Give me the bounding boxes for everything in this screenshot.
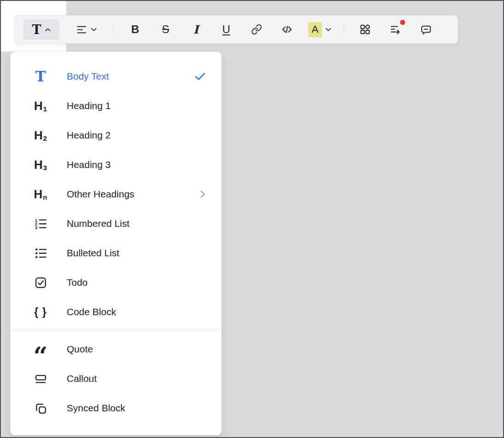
menu-item-heading-1[interactable]: H1 Heading 1 [11, 91, 221, 121]
underline-button[interactable]: U [217, 19, 235, 40]
callout-icon [31, 369, 50, 388]
toolbar-divider [344, 23, 344, 35]
comment-button[interactable] [417, 19, 435, 40]
text-style-t-icon: T [32, 23, 41, 36]
strikethrough-icon: S [162, 24, 169, 35]
continue-writing-button[interactable] [386, 19, 405, 40]
toolbar-divider [114, 23, 114, 35]
quote-icon: “ [31, 340, 50, 359]
strikethrough-button[interactable]: S [156, 19, 175, 40]
menu-item-label: Bulleted List [67, 248, 119, 259]
chevron-right-icon [200, 190, 206, 198]
italic-button[interactable]: I [187, 19, 205, 40]
menu-item-label: Code Block [67, 306, 116, 317]
menu-item-label: Heading 2 [67, 130, 111, 141]
heading-2-icon: H2 [31, 126, 50, 145]
menu-item-other-headings[interactable]: Hn Other Headings [11, 179, 221, 209]
italic-icon: I [193, 24, 199, 35]
notification-dot [400, 20, 405, 25]
chevron-up-icon [45, 28, 51, 32]
numbered-list-icon: 1 2 3 [31, 214, 50, 233]
chevron-down-icon [325, 28, 332, 32]
svg-text:3: 3 [35, 225, 37, 230]
menu-item-body-text[interactable]: T Body Text [11, 62, 221, 91]
bold-button[interactable]: B [126, 19, 144, 40]
menu-item-label: Quote [67, 344, 93, 355]
check-icon [195, 72, 206, 81]
menu-item-heading-2[interactable]: H2 Heading 2 [11, 121, 221, 150]
inline-code-button[interactable] [278, 19, 296, 40]
menu-item-label: Heading 3 [67, 159, 111, 170]
alignment-button[interactable] [71, 19, 102, 40]
lines-arrow-icon [389, 23, 401, 35]
bulleted-list-icon [31, 243, 50, 263]
menu-item-label: Todo [67, 277, 88, 288]
blocks-button[interactable] [356, 19, 374, 40]
link-icon [251, 24, 262, 35]
editor-screen: T B S I U [0, 0, 504, 438]
highlight-color-button[interactable]: A [308, 19, 332, 40]
formatting-toolbar: T B S I U [15, 15, 458, 44]
menu-item-label: Synced Block [67, 403, 125, 414]
link-button[interactable] [247, 19, 266, 40]
code-block-icon: { } [31, 302, 50, 322]
text-style-menu: T Body Text H1 Heading 1 H2 Heading 2 H3… [10, 52, 222, 435]
menu-item-bulleted-list[interactable]: Bulleted List [11, 238, 221, 268]
bold-icon: B [131, 24, 139, 35]
comment-bubble-icon [420, 24, 432, 35]
synced-block-icon [31, 398, 50, 418]
align-left-icon [76, 24, 87, 35]
highlight-a-icon: A [308, 22, 322, 37]
text-style-button[interactable]: T [23, 19, 59, 40]
underline-icon: U [222, 24, 230, 35]
heading-1-icon: H1 [31, 96, 50, 115]
menu-item-label: Body Text [67, 71, 109, 82]
menu-item-label: Numbered List [67, 218, 130, 229]
heading-n-icon: Hn [31, 184, 50, 204]
menu-item-quote[interactable]: “ Quote [11, 334, 221, 364]
todo-checkbox-icon [31, 273, 50, 292]
code-icon [281, 23, 293, 35]
heading-3-icon: H3 [31, 155, 50, 174]
menu-item-synced-block[interactable]: Synced Block [11, 393, 221, 423]
menu-item-label: Heading 1 [67, 100, 111, 111]
menu-item-todo[interactable]: Todo [11, 268, 221, 297]
menu-item-label: Callout [67, 373, 97, 384]
body-text-icon: T [31, 67, 50, 86]
menu-item-code-block[interactable]: { } Code Block [11, 297, 221, 327]
grid-blocks-icon [359, 23, 371, 35]
menu-item-label: Other Headings [67, 189, 134, 200]
menu-item-heading-3[interactable]: H3 Heading 3 [11, 150, 221, 179]
chevron-down-icon [91, 28, 97, 32]
menu-item-numbered-list[interactable]: 1 2 3 Numbered List [11, 209, 221, 238]
menu-divider [11, 330, 221, 331]
